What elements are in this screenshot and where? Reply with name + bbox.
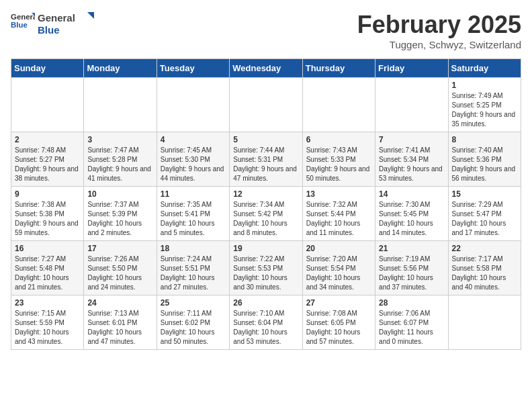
- page-header: General Blue General Blue February 2025 …: [11, 11, 521, 50]
- day-info: Sunrise: 7:47 AM Sunset: 5:28 PM Dayligh…: [87, 146, 152, 183]
- day-cell: 1Sunrise: 7:49 AM Sunset: 5:25 PM Daylig…: [448, 78, 521, 132]
- day-cell: 5Sunrise: 7:44 AM Sunset: 5:31 PM Daylig…: [230, 132, 302, 187]
- day-cell: 25Sunrise: 7:11 AM Sunset: 6:02 PM Dayli…: [157, 295, 229, 350]
- day-cell: [84, 78, 157, 132]
- day-info: Sunrise: 7:10 AM Sunset: 6:04 PM Dayligh…: [233, 309, 298, 347]
- day-number: 8: [452, 135, 517, 144]
- week-row-1: 1Sunrise: 7:49 AM Sunset: 5:25 PM Daylig…: [11, 78, 521, 132]
- day-number: 14: [379, 189, 444, 199]
- week-row-3: 9Sunrise: 7:38 AM Sunset: 5:38 PM Daylig…: [11, 187, 521, 241]
- day-cell: 18Sunrise: 7:24 AM Sunset: 5:51 PM Dayli…: [157, 241, 229, 295]
- day-cell: [157, 78, 229, 132]
- day-number: 23: [15, 298, 80, 308]
- day-cell: [302, 78, 375, 132]
- day-info: Sunrise: 7:19 AM Sunset: 5:56 PM Dayligh…: [379, 255, 444, 292]
- day-cell: 21Sunrise: 7:19 AM Sunset: 5:56 PM Dayli…: [375, 241, 448, 295]
- day-number: 26: [233, 298, 298, 308]
- day-number: 22: [452, 244, 517, 253]
- day-number: 25: [161, 298, 226, 308]
- day-info: Sunrise: 7:17 AM Sunset: 5:58 PM Dayligh…: [452, 255, 517, 292]
- day-cell: 13Sunrise: 7:32 AM Sunset: 5:44 PM Dayli…: [302, 187, 375, 241]
- week-row-4: 16Sunrise: 7:27 AM Sunset: 5:48 PM Dayli…: [11, 241, 521, 295]
- day-number: 9: [15, 189, 80, 199]
- title-block: February 2025 Tuggen, Schwyz, Switzerlan…: [357, 11, 521, 50]
- day-cell: 9Sunrise: 7:38 AM Sunset: 5:38 PM Daylig…: [11, 187, 84, 241]
- day-info: Sunrise: 7:27 AM Sunset: 5:48 PM Dayligh…: [15, 255, 80, 292]
- day-info: Sunrise: 7:30 AM Sunset: 5:45 PM Dayligh…: [379, 200, 444, 238]
- header-saturday: Saturday: [448, 59, 521, 78]
- day-number: 24: [87, 298, 152, 308]
- day-number: 6: [306, 135, 371, 144]
- location: Tuggen, Schwyz, Switzerland: [357, 39, 521, 50]
- svg-text:Blue: Blue: [38, 24, 60, 36]
- day-info: Sunrise: 7:11 AM Sunset: 6:02 PM Dayligh…: [161, 309, 226, 347]
- day-cell: 16Sunrise: 7:27 AM Sunset: 5:48 PM Dayli…: [11, 241, 84, 295]
- day-cell: 24Sunrise: 7:13 AM Sunset: 6:01 PM Dayli…: [84, 295, 157, 350]
- day-info: Sunrise: 7:45 AM Sunset: 5:30 PM Dayligh…: [161, 146, 226, 183]
- day-cell: 26Sunrise: 7:10 AM Sunset: 6:04 PM Dayli…: [230, 295, 302, 350]
- day-cell: [375, 78, 448, 132]
- svg-text:Blue: Blue: [11, 21, 28, 29]
- month-title: February 2025: [357, 11, 521, 39]
- day-cell: 20Sunrise: 7:20 AM Sunset: 5:54 PM Dayli…: [302, 241, 375, 295]
- logo: General Blue: [11, 11, 38, 30]
- day-cell: 28Sunrise: 7:06 AM Sunset: 6:07 PM Dayli…: [375, 295, 448, 350]
- day-info: Sunrise: 7:44 AM Sunset: 5:31 PM Dayligh…: [233, 146, 298, 183]
- header-monday: Monday: [84, 59, 157, 78]
- logo-svg: General Blue: [38, 11, 98, 36]
- day-info: Sunrise: 7:32 AM Sunset: 5:44 PM Dayligh…: [306, 200, 371, 238]
- day-number: 20: [306, 244, 371, 253]
- day-number: 11: [161, 189, 226, 199]
- day-cell: 12Sunrise: 7:34 AM Sunset: 5:42 PM Dayli…: [230, 187, 302, 241]
- day-cell: 27Sunrise: 7:08 AM Sunset: 6:05 PM Dayli…: [302, 295, 375, 350]
- day-number: 28: [379, 298, 444, 308]
- day-number: 7: [379, 135, 444, 144]
- day-info: Sunrise: 7:08 AM Sunset: 6:05 PM Dayligh…: [306, 309, 371, 347]
- day-number: 5: [233, 135, 298, 144]
- day-info: Sunrise: 7:34 AM Sunset: 5:42 PM Dayligh…: [233, 200, 298, 238]
- day-number: 19: [233, 244, 298, 253]
- day-cell: 4Sunrise: 7:45 AM Sunset: 5:30 PM Daylig…: [157, 132, 229, 187]
- day-cell: 19Sunrise: 7:22 AM Sunset: 5:53 PM Dayli…: [230, 241, 302, 295]
- day-number: 2: [15, 135, 80, 144]
- day-info: Sunrise: 7:26 AM Sunset: 5:50 PM Dayligh…: [87, 255, 152, 292]
- week-row-2: 2Sunrise: 7:48 AM Sunset: 5:27 PM Daylig…: [11, 132, 521, 187]
- header-wednesday: Wednesday: [230, 59, 302, 78]
- day-info: Sunrise: 7:35 AM Sunset: 5:41 PM Dayligh…: [161, 200, 226, 238]
- svg-text:General: General: [38, 12, 75, 24]
- day-info: Sunrise: 7:43 AM Sunset: 5:33 PM Dayligh…: [306, 146, 371, 183]
- logo-icon: General Blue: [11, 11, 35, 30]
- day-number: 18: [161, 244, 226, 253]
- day-number: 27: [306, 298, 371, 308]
- day-cell: [448, 295, 521, 350]
- day-cell: 10Sunrise: 7:37 AM Sunset: 5:39 PM Dayli…: [84, 187, 157, 241]
- day-number: 10: [87, 189, 152, 199]
- day-cell: [230, 78, 302, 132]
- header-tuesday: Tuesday: [157, 59, 229, 78]
- svg-marker-4: [87, 12, 94, 19]
- header-sunday: Sunday: [11, 59, 84, 78]
- day-number: 17: [87, 244, 152, 253]
- day-number: 13: [306, 189, 371, 199]
- day-info: Sunrise: 7:24 AM Sunset: 5:51 PM Dayligh…: [161, 255, 226, 292]
- day-info: Sunrise: 7:06 AM Sunset: 6:07 PM Dayligh…: [379, 309, 444, 347]
- day-cell: 22Sunrise: 7:17 AM Sunset: 5:58 PM Dayli…: [448, 241, 521, 295]
- day-info: Sunrise: 7:48 AM Sunset: 5:27 PM Dayligh…: [15, 146, 80, 183]
- day-info: Sunrise: 7:49 AM Sunset: 5:25 PM Dayligh…: [452, 91, 517, 129]
- day-cell: [11, 78, 84, 132]
- calendar-table: SundayMondayTuesdayWednesdayThursdayFrid…: [11, 58, 521, 350]
- day-cell: 3Sunrise: 7:47 AM Sunset: 5:28 PM Daylig…: [84, 132, 157, 187]
- day-info: Sunrise: 7:29 AM Sunset: 5:47 PM Dayligh…: [452, 200, 517, 238]
- day-cell: 14Sunrise: 7:30 AM Sunset: 5:45 PM Dayli…: [375, 187, 448, 241]
- calendar-header-row: SundayMondayTuesdayWednesdayThursdayFrid…: [11, 59, 521, 78]
- day-number: 12: [233, 189, 298, 199]
- day-number: 16: [15, 244, 80, 253]
- day-info: Sunrise: 7:20 AM Sunset: 5:54 PM Dayligh…: [306, 255, 371, 292]
- day-cell: 11Sunrise: 7:35 AM Sunset: 5:41 PM Dayli…: [157, 187, 229, 241]
- day-cell: 23Sunrise: 7:15 AM Sunset: 5:59 PM Dayli…: [11, 295, 84, 350]
- day-cell: 2Sunrise: 7:48 AM Sunset: 5:27 PM Daylig…: [11, 132, 84, 187]
- day-info: Sunrise: 7:13 AM Sunset: 6:01 PM Dayligh…: [87, 309, 152, 347]
- day-number: 1: [452, 81, 517, 90]
- day-info: Sunrise: 7:37 AM Sunset: 5:39 PM Dayligh…: [87, 200, 152, 238]
- day-cell: 8Sunrise: 7:40 AM Sunset: 5:36 PM Daylig…: [448, 132, 521, 187]
